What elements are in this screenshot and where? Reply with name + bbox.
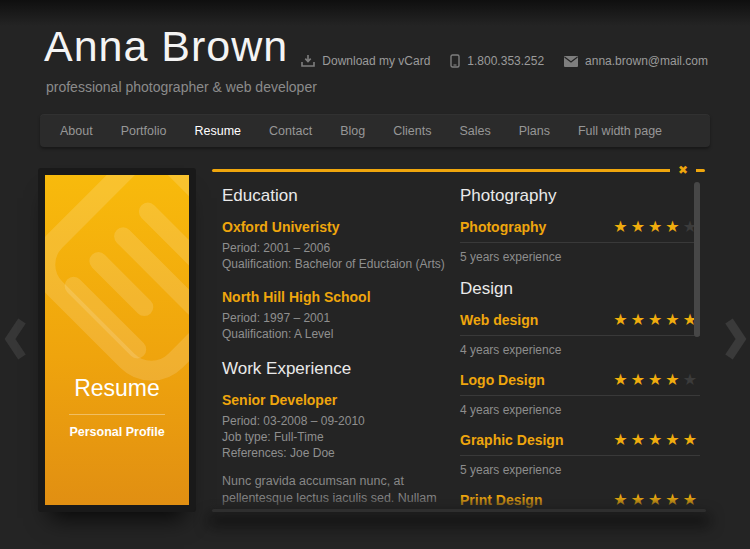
vcard-link[interactable]: Download my vCard — [301, 54, 430, 68]
skill-experience: 4 years experience — [460, 403, 700, 417]
panel-bottom-edge — [212, 509, 706, 512]
resume-right-column: Photography Photography ★★★★★ 5 years ex… — [460, 186, 700, 512]
nav-item-plans[interactable]: Plans — [505, 114, 564, 147]
resume-card: Resume Personal Profile — [38, 168, 196, 512]
phone-number: 1.800.353.252 — [467, 54, 544, 68]
scrollbar[interactable] — [694, 182, 700, 337]
nav-item-sales[interactable]: Sales — [445, 114, 504, 147]
email-link[interactable]: anna.brown@mail.com — [564, 54, 708, 68]
mail-icon — [564, 56, 578, 67]
skill-name: Photography — [460, 219, 546, 235]
nav-item-full-width-page[interactable]: Full width page — [564, 114, 676, 147]
skill-experience: 4 years experience — [460, 343, 700, 357]
panel-accent-line — [212, 169, 705, 172]
skill-name: Web design — [460, 312, 538, 328]
nav-item-clients[interactable]: Clients — [379, 114, 445, 147]
nav-item-portfolio[interactable]: Portfolio — [107, 114, 181, 147]
education-entry: North Hill High School Period: 1997 – 20… — [222, 289, 462, 342]
star-rating: ★★★★★ — [613, 492, 700, 508]
work-entry-references: References: Joe Doe — [222, 445, 462, 461]
resume-watermark-icon — [45, 175, 189, 383]
skill-experience: 5 years experience — [460, 250, 700, 264]
skill-name: Logo Design — [460, 372, 545, 388]
skill-item: Web design ★★★★★ 4 years experience — [460, 312, 700, 357]
card-subtitle: Personal Profile — [45, 425, 189, 439]
design-heading: Design — [460, 279, 700, 299]
star-rating: ★★★★★ — [613, 219, 700, 235]
email-address: anna.brown@mail.com — [585, 54, 708, 68]
photography-heading: Photography — [460, 186, 700, 206]
work-entry-description: Nunc gravida accumsan nunc, at pellentes… — [222, 473, 462, 512]
star-rating: ★★★★★ — [613, 372, 700, 388]
work-entry-period: Period: 03-2008 – 09-2010 — [222, 413, 462, 429]
skill-item: Graphic Design ★★★★★ 5 years experience — [460, 432, 700, 477]
work-entry: Senior Developer Period: 03-2008 – 09-20… — [222, 392, 462, 512]
education-entry-period: Period: 2001 – 2006 — [222, 240, 462, 256]
site-tagline: professional photographer & web develope… — [46, 79, 317, 95]
phone-link[interactable]: 1.800.353.252 — [450, 54, 544, 68]
education-heading: Education — [222, 186, 462, 206]
skill-item: Photography ★★★★★ 5 years experience — [460, 219, 700, 264]
nav-item-resume[interactable]: Resume — [181, 114, 256, 147]
star-rating: ★★★★★ — [613, 432, 700, 448]
vcard-label: Download my vCard — [322, 54, 430, 68]
contact-bar: Download my vCard 1.800.353.252 anna.bro… — [301, 54, 708, 68]
card-title: Resume — [45, 375, 189, 402]
star-rating: ★★★★★ — [613, 312, 700, 328]
nav-item-about[interactable]: About — [46, 114, 107, 147]
chevron-left-icon[interactable] — [4, 316, 28, 362]
phone-icon — [450, 54, 460, 68]
chevron-right-icon[interactable] — [723, 316, 747, 362]
download-icon — [301, 55, 315, 68]
education-entry-title: North Hill High School — [222, 289, 462, 305]
nav-item-blog[interactable]: Blog — [326, 114, 379, 147]
education-entry-title: Oxford Univeristy — [222, 219, 462, 235]
main-nav: About Portfolio Resume Contact Blog Clie… — [40, 114, 710, 147]
close-icon[interactable]: ✖ — [670, 162, 696, 179]
skill-name: Graphic Design — [460, 432, 563, 448]
skill-experience: 5 years experience — [460, 463, 700, 477]
nav-item-contact[interactable]: Contact — [255, 114, 326, 147]
education-entry: Oxford Univeristy Period: 2001 – 2006 Qu… — [222, 219, 462, 272]
education-entry-qualification: Qualification: Bachelor of Eductaion (Ar… — [222, 256, 462, 272]
education-entry-period: Period: 1997 – 2001 — [222, 310, 462, 326]
resume-panel: ✖ Education Oxford Univeristy Period: 20… — [210, 160, 708, 512]
education-entry-qualification: Qualification: A Level — [222, 326, 462, 342]
work-entry-job-type: Job type: Full-Time — [222, 429, 462, 445]
work-heading: Work Experience — [222, 359, 462, 379]
work-entry-title: Senior Developer — [222, 392, 462, 408]
skill-name: Print Design — [460, 492, 542, 508]
resume-left-column: Education Oxford Univeristy Period: 2001… — [222, 186, 462, 512]
skill-item: Logo Design ★★★★★ 4 years experience — [460, 372, 700, 417]
card-divider — [69, 414, 165, 415]
site-title[interactable]: Anna Brown — [44, 22, 288, 71]
page: Anna Brown professional photographer & w… — [0, 0, 750, 549]
